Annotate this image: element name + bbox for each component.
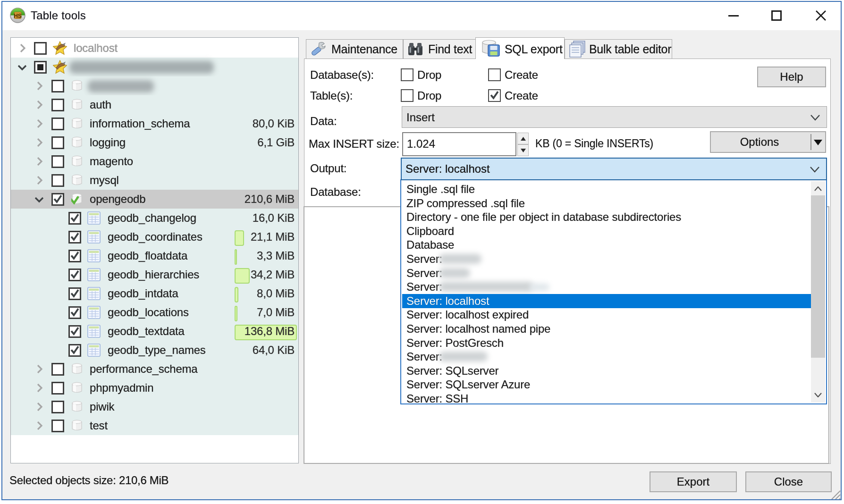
svg-text:HS: HS <box>14 13 22 19</box>
